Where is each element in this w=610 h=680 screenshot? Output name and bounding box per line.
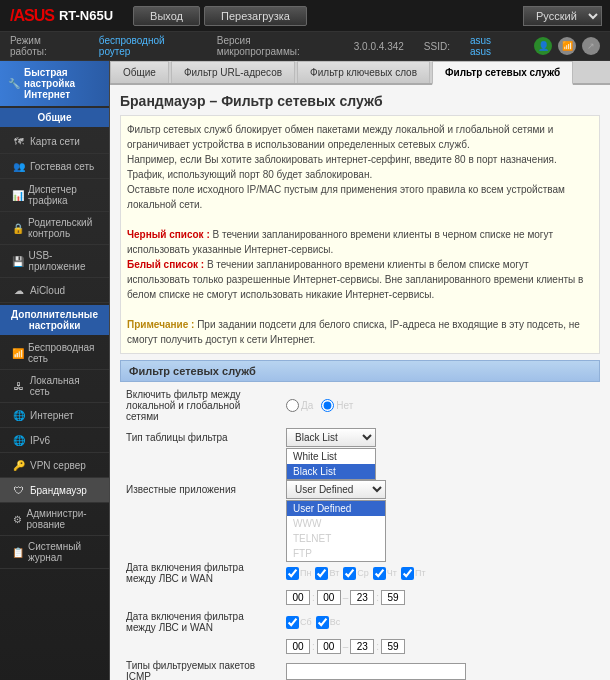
- sidebar-item-ipv6[interactable]: 🌐 IPv6: [0, 428, 109, 453]
- tab-network-service-filter[interactable]: Фильтр сетевых служб: [432, 61, 573, 85]
- radio-no-label[interactable]: Нет: [321, 399, 353, 412]
- day-tue[interactable]: Вт: [315, 567, 339, 580]
- vpn-icon: 🔑: [12, 458, 26, 472]
- day-thu[interactable]: Чт: [373, 567, 397, 580]
- sidebar-aicloud-label: AiCloud: [30, 285, 65, 296]
- sidebar-item-internet[interactable]: 🌐 Интернет: [0, 403, 109, 428]
- sidebar-lan-label: Локальная сеть: [30, 375, 101, 397]
- sidebar-item-parental[interactable]: 🔒 Родительский контроль: [0, 212, 109, 245]
- filter-section-title: Фильтр сетевых служб: [120, 360, 600, 382]
- day-sat[interactable]: Сб: [286, 616, 312, 629]
- firmware-value: 3.0.0.4.342: [354, 41, 404, 52]
- network-map-icon: 🗺: [12, 134, 26, 148]
- day-mon[interactable]: Пн: [286, 567, 311, 580]
- time-from-h[interactable]: 00: [286, 590, 310, 605]
- time-to-m[interactable]: 59: [381, 590, 405, 605]
- enable-filter-row: Включить фильтр между локальной и глобал…: [120, 386, 600, 425]
- app-ftp-option[interactable]: FTP: [287, 546, 385, 561]
- filter-days2-label: Дата включения фильтра между ЛВС и WAN: [120, 608, 280, 636]
- app-telnet-option[interactable]: TELNET: [287, 531, 385, 546]
- sidebar-traffic-label: Диспетчер трафика: [28, 184, 101, 206]
- day-wed[interactable]: Ср: [343, 567, 369, 580]
- day-wed-check[interactable]: [343, 567, 356, 580]
- sidebar-item-guest-network[interactable]: 👥 Гостевая сеть: [0, 154, 109, 179]
- day-tue-check[interactable]: [315, 567, 328, 580]
- whitelist-label: Белый список :: [127, 259, 204, 270]
- filter-form-table: Включить фильтр между локальной и глобал…: [120, 386, 600, 680]
- sidebar-item-network-map[interactable]: 🗺 Карта сети: [0, 129, 109, 154]
- time2-from-h[interactable]: 00: [286, 639, 310, 654]
- sidebar-item-lan[interactable]: 🖧 Локальная сеть: [0, 370, 109, 403]
- known-apps-label: Известные приложения: [120, 450, 280, 502]
- sidebar-section-advanced: Дополнительные настройки: [0, 305, 109, 335]
- description-block: Фильтр сетевых служб блокирует обмен пак…: [120, 115, 600, 354]
- radio-yes[interactable]: [286, 399, 299, 412]
- filter-type-select[interactable]: Black List: [286, 428, 376, 447]
- parental-icon: 🔒: [12, 221, 24, 235]
- time2-to-m[interactable]: 59: [381, 639, 405, 654]
- sidebar-network-map-label: Карта сети: [30, 136, 80, 147]
- sidebar-vpn-label: VPN сервер: [30, 460, 86, 471]
- time-control-1: 00 : 00 – 23 : 59: [280, 587, 600, 608]
- time-to-h[interactable]: 23: [350, 590, 374, 605]
- sidebar-item-firewall[interactable]: 🛡 Брандмауэр: [0, 478, 109, 503]
- logout-button[interactable]: Выход: [133, 6, 200, 26]
- firewall-icon: 🛡: [12, 483, 26, 497]
- day-sun-check[interactable]: [316, 616, 329, 629]
- radio-yes-label[interactable]: Да: [286, 399, 313, 412]
- language-select[interactable]: Русский: [523, 6, 602, 26]
- icmp-control: [280, 657, 600, 680]
- network-status-icon: 👤: [534, 37, 552, 55]
- sidebar-item-traffic[interactable]: 📊 Диспетчер трафика: [0, 179, 109, 212]
- day-thu-check[interactable]: [373, 567, 386, 580]
- weekend-row: Сб Вс: [286, 616, 594, 629]
- nav-buttons: Выход Перезагрузка: [133, 6, 307, 26]
- ssid-value[interactable]: asus asus: [470, 35, 514, 57]
- sidebar-item-vpn[interactable]: 🔑 VPN сервер: [0, 453, 109, 478]
- quick-setup-icon: 🔧: [8, 78, 20, 89]
- tab-url-filter[interactable]: Фильтр URL-адресов: [171, 61, 295, 83]
- known-apps-select[interactable]: User Defined: [286, 480, 386, 499]
- app-user-defined-option[interactable]: User Defined: [287, 501, 385, 516]
- quick-setup-label: Быстрая настройка Интернет: [24, 67, 101, 100]
- usb-icon: 💾: [12, 254, 25, 268]
- tab-general[interactable]: Общие: [110, 61, 169, 83]
- yes-text: Да: [301, 400, 313, 411]
- time2-to-h[interactable]: 23: [350, 639, 374, 654]
- sidebar-item-wireless[interactable]: 📶 Беспроводная сеть: [0, 337, 109, 370]
- day-mon-check[interactable]: [286, 567, 299, 580]
- time-label-1: [120, 587, 280, 608]
- sidebar-item-aicloud[interactable]: ☁ AiCloud: [0, 278, 109, 303]
- sidebar-wireless-label: Беспроводная сеть: [28, 342, 101, 364]
- sidebar-item-admin[interactable]: ⚙ Администри-рование: [0, 503, 109, 536]
- ipv6-icon: 🌐: [12, 433, 26, 447]
- day-fri[interactable]: Пт: [401, 567, 426, 580]
- time2-from-m[interactable]: 00: [317, 639, 341, 654]
- blacklist-label: Черный список :: [127, 229, 210, 240]
- radio-no[interactable]: [321, 399, 334, 412]
- tab-keyword-filter[interactable]: Фильтр ключевых слов: [297, 61, 430, 83]
- desc-line2: Например, если Вы хотите заблокировать и…: [127, 154, 557, 180]
- day-sun[interactable]: Вс: [316, 616, 341, 629]
- blacklist-option[interactable]: Black List: [287, 464, 375, 479]
- whitelist-option[interactable]: White List: [287, 449, 375, 464]
- day-sat-check[interactable]: [286, 616, 299, 629]
- filter-type-label: Тип таблицы фильтра: [120, 425, 280, 450]
- reboot-button[interactable]: Перезагрузка: [204, 6, 307, 26]
- time-sep-1: :: [312, 592, 315, 603]
- time-from-m[interactable]: 00: [317, 590, 341, 605]
- sidebar-item-usb[interactable]: 💾 USB-приложение: [0, 245, 109, 278]
- mode-label: Режим работы:: [10, 35, 79, 57]
- time2-dash: –: [343, 641, 349, 652]
- day-fri-check[interactable]: [401, 567, 414, 580]
- sidebar-item-syslog[interactable]: 📋 Системный журнал: [0, 536, 109, 569]
- enable-filter-controls: Да Нет: [280, 386, 600, 425]
- app-www-option[interactable]: WWW: [287, 516, 385, 531]
- sidebar: 🔧 Быстрая настройка Интернет Общие 🗺 Кар…: [0, 61, 110, 680]
- mode-value[interactable]: беспроводной роутер: [99, 35, 197, 57]
- weekdays-row: Пн Вт Ср Чт Пт: [286, 567, 594, 580]
- header: /ASUS RT-N65U Выход Перезагрузка Русский: [0, 0, 610, 32]
- desc-line1: Фильтр сетевых служб блокирует обмен пак…: [127, 124, 553, 150]
- sidebar-quick-setup[interactable]: 🔧 Быстрая настройка Интернет: [0, 61, 109, 106]
- icmp-input[interactable]: [286, 663, 466, 680]
